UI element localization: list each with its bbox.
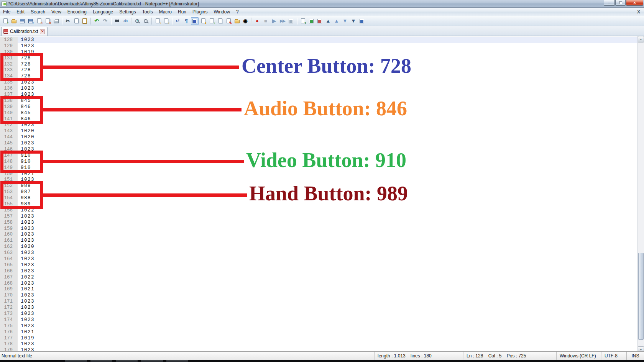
macro-play-icon[interactable]: ▶ xyxy=(270,17,278,25)
fold-all-icon[interactable]: ▲ xyxy=(324,17,332,25)
document-switcher-icon[interactable] xyxy=(216,17,224,25)
code-line[interactable]: 1681023 xyxy=(0,280,637,287)
code-line[interactable]: 1441020 xyxy=(0,134,637,140)
scrollbar-thumb[interactable] xyxy=(638,253,644,340)
code-line[interactable]: 1351023 xyxy=(0,79,637,85)
doc-compare-icon[interactable] xyxy=(358,17,366,25)
copy-icon[interactable] xyxy=(72,17,80,25)
code-line[interactable]: 1631023 xyxy=(0,250,637,256)
menu-item-help[interactable]: ? xyxy=(233,8,242,16)
folder-as-workspace-icon[interactable] xyxy=(233,17,241,25)
macro-stop-icon[interactable]: ■ xyxy=(262,17,269,25)
minimize-button[interactable]: – xyxy=(604,0,615,6)
menu-item-macro[interactable]: Macro xyxy=(156,8,175,16)
code-line[interactable]: 1691021 xyxy=(0,287,637,293)
replace-icon[interactable]: ab xyxy=(122,17,129,25)
code-line[interactable]: 1751023 xyxy=(0,323,637,329)
menu-item-window[interactable]: Window xyxy=(210,8,233,16)
word-wrap-icon[interactable]: ↵ xyxy=(174,17,182,25)
taskbar-button[interactable] xyxy=(166,360,188,362)
code-line[interactable]: 1741023 xyxy=(0,317,637,323)
save-all-icon[interactable]: + xyxy=(27,17,34,25)
code-line[interactable]: 1721023 xyxy=(0,305,637,311)
code-line[interactable]: 1711023 xyxy=(0,298,637,305)
menu-item-edit[interactable]: Edit xyxy=(13,8,28,16)
undo-icon[interactable]: ↶ xyxy=(93,17,100,25)
zoom-out-icon[interactable]: − xyxy=(142,17,150,25)
code-line[interactable]: 1431020 xyxy=(0,128,637,134)
save-icon[interactable] xyxy=(18,17,26,25)
menu-item-settings[interactable]: Settings xyxy=(116,8,139,16)
uncollapse-level-icon[interactable]: ▼ xyxy=(341,17,349,25)
open-folder-icon[interactable] xyxy=(10,17,18,25)
menu-item-run[interactable]: Run xyxy=(175,8,189,16)
code-line[interactable]: 1771019 xyxy=(0,335,637,341)
close-document-x-icon[interactable]: X xyxy=(637,9,640,15)
menu-item-view[interactable]: View xyxy=(48,8,64,16)
close-button[interactable]: × xyxy=(626,0,643,6)
macro-save-icon[interactable] xyxy=(287,17,295,25)
code-line[interactable]: 1611023 xyxy=(0,238,637,244)
code-line[interactable]: 1421023 xyxy=(0,122,637,128)
file-monitoring-eye-icon[interactable]: ◉ xyxy=(242,17,249,25)
menu-item-encoding[interactable]: Encoding xyxy=(64,8,90,16)
taskbar-button[interactable] xyxy=(65,360,87,362)
code-line[interactable]: 1641023 xyxy=(0,256,637,262)
code-line[interactable]: 1571023 xyxy=(0,213,637,219)
document-map-icon[interactable]: ▪ xyxy=(208,17,215,25)
macro-run-multiple-icon[interactable]: ▶▶ xyxy=(279,17,286,25)
code-line[interactable]: 1581023 xyxy=(0,219,637,226)
code-line[interactable]: 1601023 xyxy=(0,232,637,238)
function-list-icon[interactable]: ● xyxy=(199,17,207,25)
close-all-documents-icon[interactable]: × xyxy=(44,17,51,25)
code-line[interactable]: 1501021 xyxy=(0,171,637,177)
user-defined-language-icon[interactable]: ✎ xyxy=(225,17,232,25)
restore-button[interactable] xyxy=(615,0,626,6)
code-line[interactable]: 1651023 xyxy=(0,262,637,268)
unfold-all-icon[interactable]: ▼ xyxy=(350,17,357,25)
code-line[interactable]: 1761021 xyxy=(0,329,637,335)
plugin-numbered-list-icon[interactable]: 1 xyxy=(299,17,307,25)
taskbar-button[interactable] xyxy=(141,360,163,362)
sync-vertical-scroll-icon[interactable]: ▪ xyxy=(154,17,161,25)
code-line[interactable]: 1781023 xyxy=(0,341,637,347)
plugin-list-red-icon[interactable] xyxy=(316,17,324,25)
collapse-level-icon[interactable]: ▲ xyxy=(333,17,340,25)
sync-horizontal-scroll-icon[interactable]: ▪ xyxy=(162,17,170,25)
redo-icon[interactable]: ↷ xyxy=(101,17,109,25)
code-line[interactable]: 1791023 xyxy=(0,347,637,351)
vertical-scrollbar[interactable]: ▲ ▼ xyxy=(637,36,644,353)
scroll-up-arrow-icon[interactable]: ▲ xyxy=(638,36,644,43)
indent-guide-icon[interactable] xyxy=(191,17,199,25)
close-document-icon[interactable]: × xyxy=(35,17,43,25)
menu-item-search[interactable]: Search xyxy=(28,8,48,16)
taskbar-button[interactable] xyxy=(116,360,138,362)
find-icon[interactable] xyxy=(113,17,121,25)
new-file-icon[interactable]: + xyxy=(2,17,9,25)
code-line[interactable]: 1291023 xyxy=(0,43,637,49)
code-line[interactable]: 1621020 xyxy=(0,244,637,250)
code-line[interactable]: 1281023 xyxy=(0,37,637,43)
code-line[interactable]: 1731023 xyxy=(0,311,637,317)
code-line[interactable]: 1671022 xyxy=(0,274,637,280)
show-all-characters-icon[interactable]: ¶ xyxy=(182,17,190,25)
menu-item-plugins[interactable]: Plugins xyxy=(189,8,210,16)
text-editor-area[interactable]: 1281023129102313010191317281327281337281… xyxy=(0,36,644,351)
menu-item-language[interactable]: Language xyxy=(90,8,116,16)
macro-record-icon[interactable]: ● xyxy=(253,17,261,25)
code-line[interactable]: 1591023 xyxy=(0,226,637,232)
menu-item-file[interactable]: File xyxy=(0,8,13,16)
menu-item-tools[interactable]: Tools xyxy=(139,8,156,16)
tab-close-icon[interactable]: ✕ xyxy=(40,29,45,34)
print-icon[interactable] xyxy=(52,17,60,25)
plugin-list-green-icon[interactable] xyxy=(307,17,315,25)
taskbar-button[interactable] xyxy=(90,360,112,362)
title-bar[interactable]: *C:\Users\Administrator\Downloads\Attiny… xyxy=(0,0,644,8)
code-line[interactable]: 1701023 xyxy=(0,292,637,298)
paste-icon[interactable] xyxy=(81,17,89,25)
code-line[interactable]: 1451023 xyxy=(0,140,637,146)
zoom-in-icon[interactable]: + xyxy=(133,17,141,25)
tab-calibration-txt[interactable]: Calibration.txt ✕ xyxy=(1,27,48,36)
code-line[interactable]: 1661023 xyxy=(0,268,637,274)
cut-icon[interactable]: ✂ xyxy=(64,17,72,25)
